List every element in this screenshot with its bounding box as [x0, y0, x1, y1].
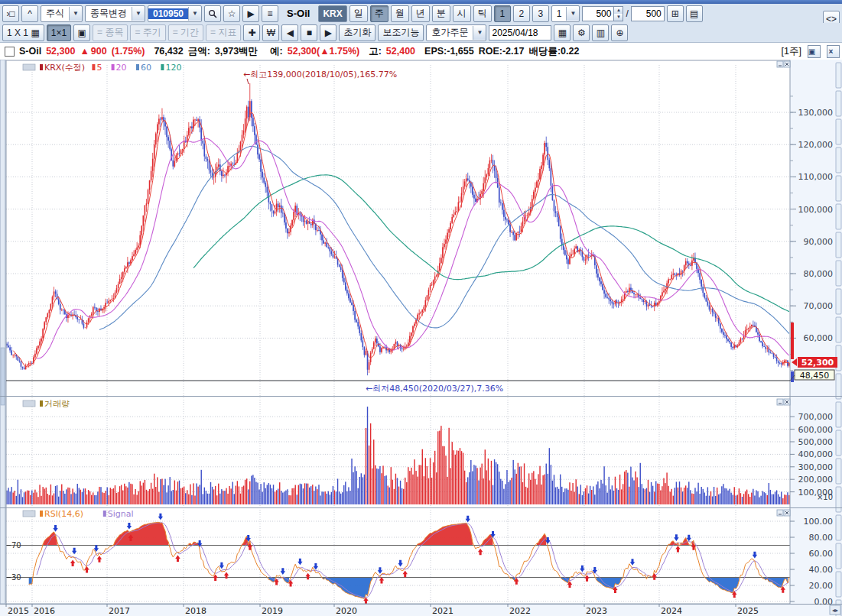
pane-minimize-icon[interactable]	[777, 510, 783, 516]
link-period-button[interactable]: = 주기	[130, 24, 165, 41]
news-button[interactable]: ≡	[262, 5, 278, 22]
left-strip	[0, 60, 5, 604]
right-strip-segment[interactable]	[836, 317, 841, 342]
order-value: 호가주문	[427, 26, 473, 39]
next-symbol-button[interactable]: ▶	[242, 5, 259, 22]
right-strip-segment[interactable]	[836, 232, 841, 258]
period-day-button[interactable]: 일	[349, 5, 368, 22]
total-count-input[interactable]: 500	[631, 6, 665, 21]
year-label: 2015	[8, 606, 29, 616]
aux-function-button[interactable]: 보조기능	[378, 24, 424, 41]
right-strip-segment[interactable]	[836, 402, 841, 427]
asset-type-select[interactable]: 주식▼	[41, 5, 83, 22]
link-symbol-button[interactable]: = 종목	[93, 24, 128, 41]
right-strip-segment[interactable]	[836, 176, 841, 201]
restore-button[interactable]: ▣	[808, 45, 821, 58]
period-tag: [1주]	[782, 45, 801, 58]
current-price-badge: 52,300	[792, 357, 837, 368]
chart-canvas[interactable]: 7030130,000120,000110,000100,00090,00080…	[0, 60, 842, 616]
grid-icon: ▦	[31, 28, 39, 38]
interval-1-button[interactable]: 1	[494, 5, 511, 22]
reset-button[interactable]: 초기화	[339, 24, 375, 41]
right-icon: ▶	[325, 28, 332, 38]
symbol-change-select[interactable]: 종목변경▼	[85, 5, 145, 22]
bar-count-spinner[interactable]: ▲▼	[614, 6, 623, 21]
chevron-down-icon: ▼	[188, 7, 201, 21]
rsi-axis-label: 100.00	[804, 517, 834, 527]
right-strip-segment[interactable]	[836, 63, 841, 88]
move-tool-button[interactable]: ✚	[243, 24, 260, 41]
period-month-button[interactable]: 월	[391, 5, 409, 22]
right-strip-segment[interactable]	[836, 487, 841, 512]
year-label: 2024	[661, 606, 682, 616]
right-strip-segment[interactable]	[836, 430, 841, 456]
stop-button[interactable]: ■	[301, 24, 317, 41]
pane-layout-button[interactable]: ▣	[73, 24, 90, 41]
nav-arrows-icon: ◂▸	[832, 607, 838, 614]
right-strip-segment[interactable]	[836, 204, 841, 229]
calendar-icon: ▦	[558, 28, 567, 38]
year-label: 2018	[185, 606, 206, 616]
period-hour-button[interactable]: 시	[453, 5, 471, 22]
link-indicator-button[interactable]: = 지표	[206, 24, 241, 41]
layout-1x1-button[interactable]: 1×1	[47, 24, 71, 41]
indicator-button[interactable]: ▥	[592, 24, 609, 41]
pane-minimize-icon[interactable]	[777, 61, 783, 67]
dock-button[interactable]: ›□	[2, 5, 19, 22]
scroll-right-button[interactable]: ▶	[320, 24, 336, 41]
right-strip-segment[interactable]	[836, 543, 841, 569]
legend-label: 5	[96, 63, 102, 73]
right-strip-segment[interactable]	[836, 459, 841, 484]
volume-axis-label: 700,000	[798, 412, 834, 422]
period-minute-button[interactable]: 분	[432, 5, 450, 22]
period-week-button[interactable]: 주	[370, 5, 388, 22]
right-strip-segment[interactable]	[836, 572, 841, 597]
legend-handle[interactable]	[23, 511, 35, 517]
right-strip-segment[interactable]	[836, 91, 841, 116]
period-tick-button[interactable]: 틱	[473, 5, 492, 22]
new-window-button[interactable]: ⊞	[667, 5, 684, 22]
pane-minimize-icon[interactable]	[777, 399, 783, 405]
legend-handle[interactable]	[23, 400, 35, 407]
quote-roe: ROE:-2.17	[479, 46, 525, 57]
search-button[interactable]	[204, 5, 221, 22]
left-strip-rail[interactable]	[0, 60, 5, 604]
quote-high: 고:52,400	[369, 45, 420, 58]
stop-icon: ■	[307, 28, 312, 38]
price-axis-label: 120,000	[798, 140, 834, 150]
right-strip-segment[interactable]	[836, 148, 841, 173]
link-range-button[interactable]: = 기간	[168, 24, 203, 41]
interval-3-button[interactable]: 3	[532, 5, 549, 22]
legend-swatch	[112, 64, 115, 70]
favorite-button[interactable]: ☆	[223, 5, 240, 22]
legend-handle[interactable]	[23, 64, 35, 70]
collapse-button[interactable]: ^	[21, 5, 38, 22]
right-strip-segment[interactable]	[836, 374, 841, 399]
bar-count-input[interactable]: 500	[582, 6, 614, 21]
add-chart-button[interactable]: ⊕	[611, 24, 628, 41]
settings-button[interactable]: ⚙	[573, 24, 590, 41]
toolbar-secondary: 1 X 1 ▦ 1×1 ▣ = 종목 = 주기 = 기간 = 지표 ✚ ₩ ◀ …	[0, 23, 842, 43]
right-strip-segment[interactable]	[836, 119, 841, 144]
date-input[interactable]: 2025/04/18	[489, 25, 551, 41]
legend-swatch	[161, 64, 164, 70]
symbol-code-input[interactable]: 010950▼	[148, 5, 202, 22]
right-strip-segment[interactable]	[836, 261, 841, 286]
volume-unit-label: ×10	[817, 493, 833, 501]
period-year-button[interactable]: 년	[411, 5, 430, 22]
interval-2-button[interactable]: 2	[513, 5, 530, 22]
right-strip-segment[interactable]	[836, 289, 841, 314]
layout-size-button[interactable]: 1 X 1 ▦	[2, 24, 44, 41]
right-strip-segment[interactable]	[836, 515, 841, 540]
quote-checkbox[interactable]	[5, 47, 15, 57]
close-button[interactable]: ×	[827, 45, 840, 58]
currency-button[interactable]: ₩	[262, 24, 279, 41]
scroll-left-button[interactable]: ◀	[281, 24, 298, 41]
bottom-right-nav[interactable]: ◂▸	[830, 605, 840, 614]
save-button[interactable]: ▤	[686, 5, 703, 22]
legend-swatch	[40, 64, 43, 70]
order-select[interactable]: 호가주문▼	[426, 24, 486, 41]
interval-select[interactable]: 1▼	[551, 5, 580, 22]
calendar-button[interactable]: ▦	[554, 24, 571, 41]
low-price-label: 48,450	[800, 371, 830, 381]
